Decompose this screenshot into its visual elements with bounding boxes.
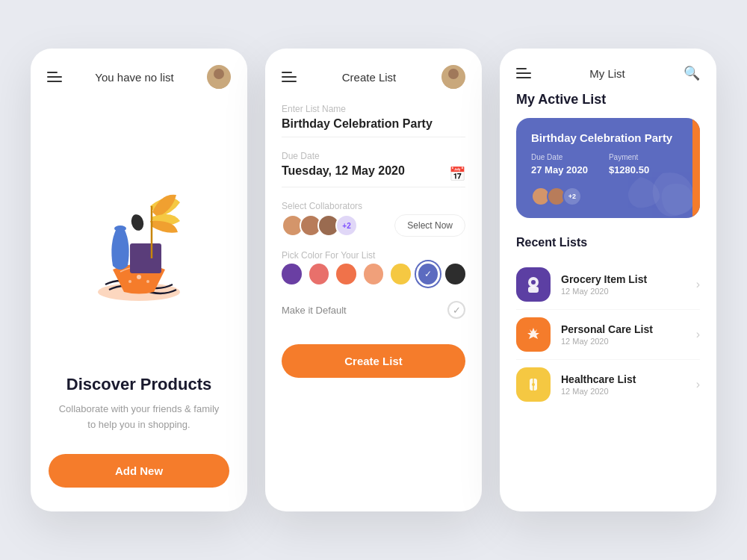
color-dot-2[interactable] xyxy=(336,264,356,284)
color-dot-0[interactable] xyxy=(282,264,302,284)
search-icon[interactable]: 🔍 xyxy=(684,65,700,81)
screen-2: Create List Enter List Name Birthday Cel… xyxy=(265,49,482,511)
list-date-0: 12 May 2020 xyxy=(561,287,686,296)
svg-point-4 xyxy=(128,280,131,283)
color-dot-5[interactable]: ✓ xyxy=(418,264,438,284)
svg-point-11 xyxy=(444,80,462,89)
svg-rect-6 xyxy=(130,243,161,273)
chevron-icon-0: › xyxy=(696,278,700,291)
make-default-label: Make it Default xyxy=(282,305,347,316)
screen1-header-title: You have no list xyxy=(95,71,173,84)
add-new-button[interactable]: Add New xyxy=(49,454,229,488)
hamburger-icon-2[interactable] xyxy=(282,72,297,82)
discover-sub: Collaborate with your friends & familyto… xyxy=(49,402,229,433)
list-date-1: 12 May 2020 xyxy=(561,337,686,346)
list-item-0[interactable]: Grocery Item List 12 May 2020 › xyxy=(516,260,700,310)
active-card-title: Birthday Celebration Party xyxy=(531,131,685,144)
due-date-meta-label: Due Date xyxy=(531,153,588,161)
svg-point-10 xyxy=(448,69,459,79)
discover-title: Discover Products xyxy=(49,375,229,394)
list-info-2: Healthcare List 12 May 2020 xyxy=(561,373,686,396)
svg-point-0 xyxy=(214,69,224,79)
color-pickers: ✓ xyxy=(282,264,465,284)
payment-meta-label: Payment xyxy=(609,153,649,161)
chevron-icon-1: › xyxy=(696,328,700,341)
list-name-2: Healthcare List xyxy=(561,373,686,385)
due-date-value[interactable]: Tuesday, 12 May 2020 xyxy=(282,164,405,184)
select-now-button[interactable]: Select Now xyxy=(394,214,465,237)
collaborators-label: Select Collaborators xyxy=(282,201,465,211)
svg-point-8 xyxy=(129,213,145,231)
make-default-row: Make it Default ✓ xyxy=(282,298,465,319)
list-info-0: Grocery Item List 12 May 2020 xyxy=(561,273,686,296)
avatars-stack: +2 xyxy=(282,214,358,237)
calendar-icon[interactable]: 📅 xyxy=(449,166,465,182)
list-icon-0 xyxy=(516,267,551,302)
svg-point-7 xyxy=(114,225,126,231)
screen-1: You have no list xyxy=(31,49,247,511)
list-item-2[interactable]: Healthcare List 12 May 2020 › xyxy=(516,360,700,409)
avatar-2[interactable] xyxy=(441,65,465,89)
make-default-checkbox[interactable]: ✓ xyxy=(447,301,465,319)
collab-avatar-more: +2 xyxy=(335,214,358,237)
screen2-header-title: Create List xyxy=(342,71,397,84)
screen3-header: My List 🔍 xyxy=(500,49,716,89)
screen1-header: You have no list xyxy=(31,49,247,96)
active-card[interactable]: Birthday Celebration Party Due Date 27 M… xyxy=(516,118,700,218)
screen2-body: Enter List Name Birthday Celebration Par… xyxy=(265,96,482,511)
svg-rect-13 xyxy=(528,287,539,293)
list-name-1: Personal Care List xyxy=(561,323,686,335)
screen-3: My List 🔍 My Active List Birthday Celebr… xyxy=(500,49,716,511)
screen2-header: Create List xyxy=(265,49,482,96)
avatar[interactable] xyxy=(207,65,231,89)
illustration-area xyxy=(31,96,247,375)
chevron-icon-2: › xyxy=(696,378,700,391)
color-dot-4[interactable] xyxy=(391,264,411,284)
screen1-bottom: Discover Products Collaborate with your … xyxy=(31,375,247,511)
due-date-meta-value: 27 May 2020 xyxy=(531,164,588,175)
due-date-row: Tuesday, 12 May 2020 📅 xyxy=(282,164,465,184)
list-name-value[interactable]: Birthday Celebration Party xyxy=(282,117,465,137)
due-date-meta: Due Date 27 May 2020 xyxy=(531,153,588,176)
hamburger-icon[interactable] xyxy=(47,72,62,82)
my-active-label: My Active List xyxy=(516,92,700,108)
color-dot-3[interactable] xyxy=(364,264,384,284)
color-dot-6[interactable] xyxy=(445,264,465,284)
svg-point-3 xyxy=(137,275,141,279)
orange-strip xyxy=(692,118,700,218)
list-icon-1 xyxy=(516,317,551,352)
color-dot-1[interactable] xyxy=(309,264,329,284)
color-group: Pick Color For Your List ✓ xyxy=(282,250,465,284)
svg-point-14 xyxy=(531,280,536,284)
svg-point-5 xyxy=(146,280,149,283)
svg-point-17 xyxy=(532,383,535,386)
list-date-2: 12 May 2020 xyxy=(561,387,686,396)
list-name-label: Enter List Name xyxy=(282,104,465,114)
recent-label: Recent Lists xyxy=(516,236,700,249)
list-name-group: Enter List Name Birthday Celebration Par… xyxy=(282,104,465,137)
color-label: Pick Color For Your List xyxy=(282,250,465,261)
list-info-1: Personal Care List 12 May 2020 xyxy=(561,323,686,346)
list-name-0: Grocery Item List xyxy=(561,273,686,285)
due-date-group: Due Date Tuesday, 12 May 2020 📅 xyxy=(282,151,465,187)
card-avatar-more: +2 xyxy=(562,187,582,206)
screen3-body: My Active List Birthday Celebration Part… xyxy=(500,89,716,511)
list-item-1[interactable]: Personal Care List 12 May 2020 › xyxy=(516,310,700,360)
collaborators-row: +2 Select Now xyxy=(282,214,465,237)
create-list-button[interactable]: Create List xyxy=(282,344,465,378)
screen3-header-title: My List xyxy=(589,67,625,80)
svg-point-1 xyxy=(210,80,228,89)
list-icon-2 xyxy=(516,367,551,402)
card-deco2 xyxy=(618,173,663,211)
hamburger-icon-3[interactable] xyxy=(516,68,531,78)
due-date-label: Due Date xyxy=(282,151,465,161)
collaborators-group: Select Collaborators +2 Select Now xyxy=(282,201,465,237)
illustration xyxy=(64,161,214,311)
